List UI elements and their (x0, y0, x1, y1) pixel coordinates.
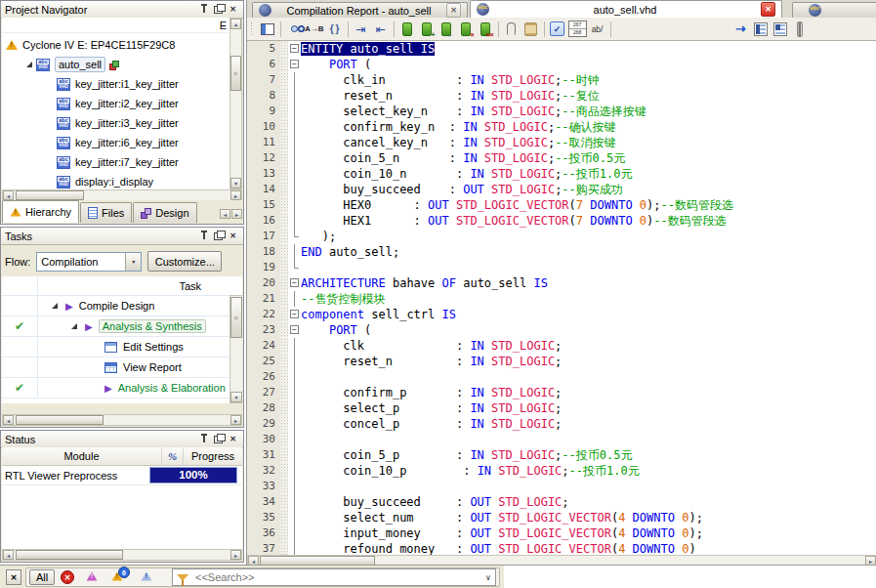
close-messages-icon[interactable] (6, 569, 21, 585)
fold-margin[interactable] (288, 88, 301, 104)
fold-margin[interactable] (288, 229, 301, 244)
scroll-right-icon[interactable] (230, 415, 241, 425)
expander-icon[interactable] (26, 62, 32, 67)
task-row[interactable]: Edit Settings (2, 337, 242, 357)
attach-icon[interactable] (503, 21, 521, 38)
tree-item[interactable]: abcVHDkey_jitter:i7_key_jitter (2, 152, 242, 172)
task-row[interactable]: Analysis & Elaboration (2, 378, 242, 399)
line-counter-icon[interactable]: 267268 (568, 21, 587, 38)
pin-icon[interactable] (197, 434, 210, 445)
fold-margin[interactable] (288, 494, 301, 510)
macro-icon[interactable] (522, 21, 540, 38)
fold-collapse-icon[interactable]: − (290, 44, 299, 53)
bookmark-delete-icon[interactable]: × (457, 21, 475, 38)
task-row[interactable]: View Report (2, 357, 242, 378)
status-hscrollbar[interactable] (2, 549, 242, 561)
fold-margin[interactable] (288, 72, 301, 88)
code-line[interactable]: 36 input_money : OUT STD_LOGIC_VECTOR(4 … (247, 525, 876, 541)
code-line[interactable]: 26 (247, 369, 876, 385)
find-icon[interactable] (285, 21, 303, 38)
code-line[interactable]: 16 HEX1 : OUT STD_LOGIC_VECTOR(7 DOWNTO … (247, 213, 876, 229)
fold-margin[interactable] (288, 463, 301, 479)
pin-icon[interactable] (197, 4, 210, 16)
tab-compilation-report[interactable]: Compilation Report - auto_sell (252, 2, 468, 18)
code-line[interactable]: 30 (247, 432, 876, 447)
fold-margin[interactable] (288, 119, 301, 135)
step-arrow-icon[interactable] (732, 21, 750, 38)
fold-margin[interactable] (288, 525, 301, 541)
code-line[interactable]: 28 select_p : IN STD_LOGIC; (247, 400, 876, 416)
fold-margin[interactable] (288, 510, 301, 525)
tab-auto-sell-vhd[interactable]: auto_sell.vhd (470, 0, 782, 18)
close-panel-icon[interactable] (227, 231, 239, 242)
code-line[interactable]: 23− PORT ( (247, 322, 876, 338)
fold-collapse-icon[interactable]: − (290, 325, 299, 334)
fold-margin[interactable] (288, 432, 301, 447)
fold-margin[interactable]: − (288, 41, 301, 57)
fold-margin[interactable] (288, 400, 301, 416)
message-search-box[interactable] (172, 568, 496, 586)
scroll-right-icon[interactable] (230, 190, 241, 200)
navigator-vscrollbar[interactable] (229, 18, 242, 189)
expander-icon[interactable] (71, 323, 77, 329)
search-input[interactable] (193, 570, 481, 584)
fold-margin[interactable] (288, 150, 301, 166)
bookmark-prev-icon[interactable]: ← (438, 21, 455, 38)
pin-icon[interactable] (197, 231, 210, 242)
tree-item[interactable]: abcVHDkey_jitter:i3_key_jitter (2, 113, 242, 133)
fold-margin[interactable] (288, 416, 301, 432)
fold-margin[interactable]: − (288, 322, 301, 338)
toolbar-grip[interactable] (250, 21, 254, 37)
code-line[interactable]: 6− PORT ( (247, 57, 876, 72)
scroll-down-icon[interactable] (230, 178, 241, 189)
view-mode-2-icon[interactable] (772, 21, 789, 38)
code-line[interactable]: 5−ENTITY auto_sell IS (247, 41, 876, 57)
bookmark-add-icon[interactable]: + (418, 21, 436, 38)
scroll-thumb[interactable] (16, 415, 104, 425)
customize-button[interactable]: Customize... (147, 251, 222, 272)
fold-margin[interactable] (288, 369, 301, 385)
fold-margin[interactable]: − (288, 275, 301, 291)
comment-icon[interactable]: ab/ (589, 21, 606, 38)
fold-margin[interactable] (288, 244, 301, 260)
task-row[interactable]: Compile Design (2, 296, 242, 316)
fold-margin[interactable] (288, 338, 301, 354)
scroll-right-icon[interactable] (230, 550, 241, 560)
fold-margin[interactable] (288, 104, 301, 119)
fold-margin[interactable]: − (288, 307, 301, 322)
dropdown-chevron-icon[interactable] (481, 573, 495, 582)
fold-margin[interactable] (288, 197, 301, 213)
info-messages-icon[interactable] (141, 571, 152, 581)
scroll-right-icon[interactable] (231, 209, 242, 219)
tree-item[interactable]: abcVHDdisplay:i_display (2, 172, 242, 191)
code-line[interactable]: 15 HEX0 : OUT STD_LOGIC_VECTOR(7 DOWNTO … (247, 197, 876, 213)
code-line[interactable]: 33 (247, 479, 876, 494)
code-line[interactable]: 34 buy_succeed : OUT STD_LOGIC; (247, 494, 876, 510)
fold-margin[interactable] (288, 182, 301, 197)
tree-item[interactable]: abcVHDauto_sell (2, 55, 242, 74)
tree-item[interactable]: abcVHDkey_jitter:i1_key_jitter (2, 74, 242, 94)
code-line[interactable]: 19 (247, 260, 876, 275)
fold-collapse-icon[interactable]: − (290, 60, 299, 68)
code-line[interactable]: 20−ARCHITECTURE bahave OF auto_sell IS (247, 275, 876, 291)
fold-margin[interactable] (288, 447, 301, 463)
code-line[interactable]: 12 coin_5_n : IN STD_LOGIC;--投币0.5元 (247, 150, 876, 166)
fold-margin[interactable] (288, 385, 301, 400)
unindent-icon[interactable] (372, 21, 390, 38)
errors-icon[interactable] (61, 570, 74, 584)
float-window-icon[interactable] (212, 4, 225, 16)
tasks-hscrollbar[interactable] (2, 414, 242, 426)
code-line[interactable]: 24 clk : IN STD_LOGIC; (247, 338, 876, 354)
code-line[interactable]: 17 ); (247, 229, 876, 244)
code-line[interactable]: 13 coin_10_n : IN STD_LOGIC;--投币1.0元 (247, 166, 876, 182)
close-panel-icon[interactable] (227, 4, 239, 16)
tree-item[interactable]: abcVHDkey_jitter:i2_key_jitter (2, 94, 242, 113)
code-line[interactable]: 11 cancel_key_n : IN STD_LOGIC;--取消按键 (247, 135, 876, 150)
all-messages-button[interactable]: All (29, 569, 55, 585)
syntax-check-icon[interactable]: ✓ (549, 21, 566, 38)
fold-margin[interactable] (288, 291, 301, 307)
expander-icon[interactable] (52, 303, 58, 309)
warnings-icon[interactable]: 6 (111, 571, 123, 581)
fold-margin[interactable] (288, 260, 301, 275)
tree-item[interactable]: Cyclone IV E: EP4CE115F29C8 (2, 35, 242, 55)
